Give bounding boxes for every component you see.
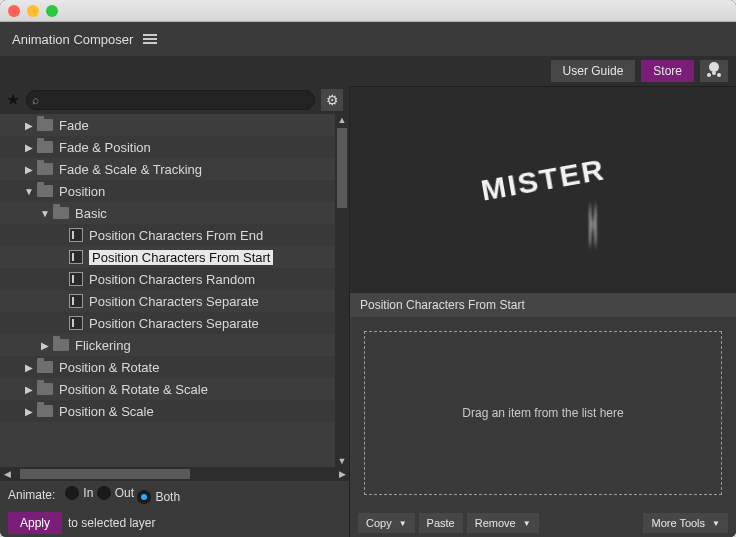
tree-vertical-scrollbar[interactable]: ▲ ▼	[335, 114, 349, 467]
folder-icon	[37, 185, 53, 197]
radio-label: In	[83, 486, 93, 500]
tree-horizontal-scrollbar[interactable]: ◀ ▶	[0, 467, 349, 481]
favorites-star-icon[interactable]: ★	[6, 92, 20, 108]
tree-item-label: Position & Rotate	[59, 360, 159, 375]
apply-button[interactable]: Apply	[8, 512, 62, 534]
disclosure-icon[interactable]	[24, 186, 34, 197]
search-row: ★ ⌕ ⚙	[0, 86, 349, 114]
titlebar	[0, 0, 736, 22]
store-button[interactable]: Store	[641, 60, 694, 82]
tree-item-label: Position & Rotate & Scale	[59, 382, 208, 397]
dropzone-area: Drag an item from the list here	[350, 317, 736, 509]
more-tools-button[interactable]: More Tools	[643, 513, 728, 533]
dropzone-text: Drag an item from the list here	[462, 406, 623, 420]
window-close-button[interactable]	[8, 5, 20, 17]
account-button[interactable]	[700, 60, 728, 82]
app-window: Animation Composer User Guide Store ★ ⌕ …	[0, 0, 736, 537]
disclosure-icon[interactable]	[24, 362, 34, 373]
user-icon	[709, 64, 719, 78]
tree-item-label: Position Characters Random	[89, 272, 255, 287]
folder-icon	[37, 383, 53, 395]
horizontal-scroll-thumb[interactable]	[20, 469, 190, 479]
tree-item-label: Position & Scale	[59, 404, 154, 419]
preset-icon	[69, 316, 83, 330]
preview-viewport: MISTER H	[350, 86, 736, 293]
tree-folder[interactable]: Fade & Scale & Tracking	[0, 158, 349, 180]
panel-menu-icon[interactable]	[143, 34, 157, 44]
tree-preset[interactable]: Position Characters Random	[0, 268, 349, 290]
radio-label: Both	[155, 490, 180, 504]
disclosure-icon[interactable]	[24, 164, 34, 175]
preset-tree[interactable]: FadeFade & PositionFade & Scale & Tracki…	[0, 114, 349, 467]
right-panel: MISTER H Position Characters From Start …	[350, 86, 736, 537]
tree-folder[interactable]: Flickering	[0, 334, 349, 356]
disclosure-icon[interactable]	[24, 142, 34, 153]
scroll-down-arrow-icon[interactable]: ▼	[335, 455, 349, 467]
disclosure-icon[interactable]	[40, 340, 50, 351]
paste-button[interactable]: Paste	[419, 513, 463, 533]
tree-folder[interactable]: Basic	[0, 202, 349, 224]
disclosure-icon[interactable]	[24, 384, 34, 395]
window-minimize-button[interactable]	[27, 5, 39, 17]
settings-button[interactable]: ⚙	[321, 89, 343, 111]
preview-trail: H	[589, 196, 598, 258]
page-title: Animation Composer	[12, 32, 133, 47]
animate-radio-out[interactable]: Out	[97, 486, 134, 500]
copy-button[interactable]: Copy	[358, 513, 415, 533]
disclosure-icon[interactable]	[24, 406, 34, 417]
preset-icon	[69, 272, 83, 286]
user-guide-button[interactable]: User Guide	[551, 60, 636, 82]
dropzone[interactable]: Drag an item from the list here	[364, 331, 722, 495]
left-panel: ★ ⌕ ⚙ FadeFade & PositionFade & Scale & …	[0, 86, 350, 537]
radio-dot-icon	[97, 486, 111, 500]
folder-icon	[37, 405, 53, 417]
tree-item-label: Position Characters From Start	[89, 250, 273, 265]
tree-preset[interactable]: Position Characters From Start	[0, 246, 349, 268]
tree-item-label: Fade & Position	[59, 140, 151, 155]
disclosure-icon[interactable]	[40, 208, 50, 219]
vertical-scroll-thumb[interactable]	[337, 128, 347, 208]
right-footer: Copy Paste Remove More Tools	[350, 509, 736, 537]
tree-folder[interactable]: Position & Rotate & Scale	[0, 378, 349, 400]
tree-item-label: Basic	[75, 206, 107, 221]
animate-radio-in[interactable]: In	[65, 486, 93, 500]
tree-item-label: Position Characters Separate	[89, 316, 259, 331]
apply-suffix: to selected layer	[68, 516, 155, 530]
tree-item-label: Position Characters From End	[89, 228, 263, 243]
preset-icon	[69, 250, 83, 264]
toolbar: User Guide Store	[0, 56, 736, 86]
tree-folder[interactable]: Fade & Position	[0, 136, 349, 158]
tree-item-label: Fade	[59, 118, 89, 133]
preset-icon	[69, 294, 83, 308]
tree-item-label: Fade & Scale & Tracking	[59, 162, 202, 177]
search-icon: ⌕	[32, 93, 39, 107]
window-maximize-button[interactable]	[46, 5, 58, 17]
folder-icon	[53, 339, 69, 351]
scroll-left-arrow-icon[interactable]: ◀	[0, 467, 14, 481]
radio-dot-icon	[137, 490, 151, 504]
tree-preset[interactable]: Position Characters Separate	[0, 290, 349, 312]
preset-icon	[69, 228, 83, 242]
folder-icon	[37, 119, 53, 131]
scroll-up-arrow-icon[interactable]: ▲	[335, 114, 349, 126]
remove-button[interactable]: Remove	[467, 513, 539, 533]
tree-preset[interactable]: Position Characters From End	[0, 224, 349, 246]
animate-radio-both[interactable]: Both	[137, 490, 180, 504]
tree-preset[interactable]: Position Characters Separate	[0, 312, 349, 334]
radio-dot-icon	[65, 486, 79, 500]
radio-label: Out	[115, 486, 134, 500]
search-input[interactable]	[26, 90, 315, 110]
apply-row: Apply to selected layer	[0, 509, 349, 537]
folder-icon	[37, 361, 53, 373]
tree-folder[interactable]: Fade	[0, 114, 349, 136]
tree-folder[interactable]: Position & Rotate	[0, 356, 349, 378]
tree-folder[interactable]: Position	[0, 180, 349, 202]
tree-folder[interactable]: Position & Scale	[0, 400, 349, 422]
gear-icon: ⚙	[326, 92, 339, 108]
disclosure-icon[interactable]	[24, 120, 34, 131]
tree-item-label: Flickering	[75, 338, 131, 353]
scroll-right-arrow-icon[interactable]: ▶	[335, 467, 349, 481]
header: Animation Composer	[0, 22, 736, 56]
tree-item-label: Position	[59, 184, 105, 199]
folder-icon	[37, 163, 53, 175]
